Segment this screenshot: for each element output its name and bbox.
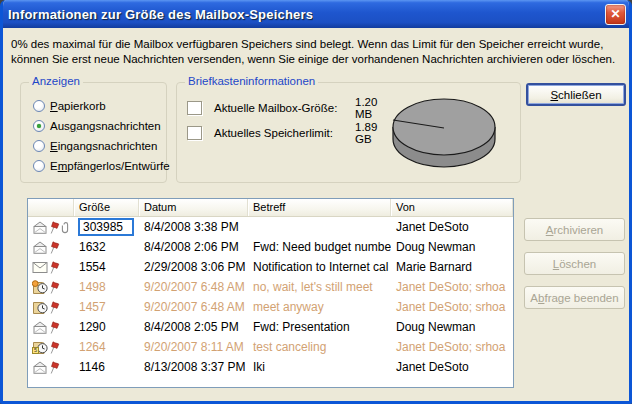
radio-icon[interactable] (33, 100, 45, 112)
radio-option-no-recipient-drafts[interactable]: Empfängerlos/Entwürfe (33, 159, 170, 173)
delete-button[interactable]: Löschen (524, 252, 625, 275)
message-list-header: GrößeDatumBetreffVon (28, 199, 513, 217)
column-header-Von[interactable]: Von (391, 199, 513, 216)
archive-button[interactable]: Archivieren (524, 218, 625, 241)
message-subject: meet anyway (248, 300, 391, 314)
flag-icon (49, 321, 60, 334)
message-row[interactable]: 12908/4/2008 2:05 PMFwd: PresentationDou… (28, 317, 513, 337)
message-size[interactable]: 303985 (74, 218, 139, 236)
legend-value: 1.20 MB (355, 96, 377, 120)
column-header-Betreff[interactable]: Betreff (248, 199, 391, 216)
close-icon: ✕ (610, 7, 620, 21)
legend-current-storage-limit: Aktuelles Speicherlimit:1.89 GB (187, 125, 333, 141)
message-icons (28, 321, 74, 334)
column-header-Größe[interactable]: Größe (74, 199, 139, 216)
legend-label: Aktuelles Speicherlimit: (214, 127, 333, 139)
dialog-body: 0% des maximal für die Mailbox verfügbar… (3, 28, 629, 401)
legend-value: 1.89 GB (355, 121, 377, 145)
message-subject: Fwd: Presentation (248, 320, 391, 334)
radio-option-trash[interactable]: Papierkorb (33, 99, 106, 113)
flag-icon (49, 221, 60, 234)
radio-option-outbox[interactable]: Ausgangsnachrichten (33, 119, 161, 133)
flag-icon (49, 261, 60, 274)
svg-text:5: 5 (34, 347, 37, 353)
message-subject: Fwd: Need budget numbe (248, 240, 391, 254)
flag-icon (49, 281, 60, 294)
legend-current-mailbox-size: Aktuelle Mailbox-Größe:1.20 MB (187, 100, 337, 116)
message-from: Janet DeSoto; srhoa (391, 280, 513, 294)
message-icons (28, 241, 74, 254)
schliessen-button[interactable]: Schließen (526, 83, 626, 106)
message-size: 1146 (74, 360, 139, 374)
message-icons (28, 261, 74, 274)
radio-label: Empfängerlos/Entwürfe (50, 160, 170, 172)
mail-read-icon (32, 241, 48, 254)
end-query-button[interactable]: Abfrage beenden (524, 286, 625, 309)
message-row[interactable]: 512649/20/2007 8:11 AMtest cancelingJane… (28, 337, 513, 357)
paperclip-icon (61, 221, 70, 234)
message-from: Janet DeSoto; srhoa (391, 300, 513, 314)
radio-label: Papierkorb (50, 100, 106, 112)
message-date: 8/4/2008 2:06 PM (139, 240, 248, 254)
anzeigen-group-title: Anzeigen (29, 75, 83, 87)
intro-text: 0% des maximal für die Mailbox verfügbar… (11, 37, 625, 67)
message-size: 1632 (74, 240, 139, 254)
message-subject: Iki (248, 360, 391, 374)
message-from: Doug Newman (391, 320, 513, 334)
message-icons (28, 221, 74, 234)
mail-read-icon (32, 321, 48, 334)
radio-label: Eingangsnachrichten (50, 140, 157, 152)
size-edit-field[interactable]: 303985 (78, 218, 134, 236)
message-row[interactable]: 16328/4/2008 2:06 PMFwd: Need budget num… (28, 237, 513, 257)
briefkasten-group: Briefkasteninformationen Aktuelle Mailbo… (176, 82, 521, 183)
column-header-Datum[interactable]: Datum (139, 199, 248, 216)
message-row[interactable]: 11468/13/2008 3:37 PMIkiJanet DeSoto (28, 357, 513, 377)
message-size: 1498 (74, 280, 139, 294)
window-title: Informationen zur Größe des Mailbox-Spei… (8, 7, 313, 22)
message-row[interactable]: 14579/20/2007 6:48 AMmeet anywayJanet De… (28, 297, 513, 317)
message-size: 1290 (74, 320, 139, 334)
meeting-orange-icon (32, 280, 48, 294)
message-size: 1457 (74, 300, 139, 314)
message-size: 1264 (74, 340, 139, 354)
message-from: Janet DeSoto (391, 360, 513, 374)
mailbox-size-dialog: Informationen zur Größe des Mailbox-Spei… (0, 0, 632, 404)
legend-swatch-icon (187, 101, 202, 115)
radio-icon[interactable] (33, 140, 45, 152)
message-icons (28, 280, 74, 294)
meeting-cancel-icon: 5 (32, 340, 48, 354)
message-from: Janet DeSoto; srhoa (391, 340, 513, 354)
message-subject: Notification to Internet cal (248, 260, 391, 274)
column-header-icons[interactable] (28, 199, 74, 216)
message-subject: test canceling (248, 340, 391, 354)
radio-option-inbox[interactable]: Eingangsnachrichten (33, 139, 157, 153)
message-icons (28, 361, 74, 374)
radio-icon[interactable] (33, 160, 45, 172)
close-button[interactable]: ✕ (605, 4, 626, 25)
mailbox-usage-pie-chart (382, 85, 507, 181)
mail-read-icon (32, 361, 48, 374)
message-list: GrößeDatumBetreffVon 3039858/4/2008 3:38… (27, 198, 514, 388)
side-buttons: ArchivierenLöschenAbfrage beenden (524, 218, 625, 320)
message-date: 8/4/2008 2:05 PM (139, 320, 248, 334)
message-date: 9/20/2007 8:11 AM (139, 340, 248, 354)
mail-unread-icon (32, 262, 48, 273)
flag-icon (49, 241, 60, 254)
flag-icon (49, 361, 60, 374)
message-from: Doug Newman (391, 240, 513, 254)
titlebar[interactable]: Informationen zur Größe des Mailbox-Spei… (0, 0, 632, 28)
flag-icon (49, 341, 60, 354)
message-date: 9/20/2007 6:48 AM (139, 280, 248, 294)
message-size: 1554 (74, 260, 139, 274)
radio-label: Ausgangsnachrichten (50, 120, 161, 132)
flag-icon (49, 301, 60, 314)
message-row[interactable]: 3039858/4/2008 3:38 PMJanet DeSoto (28, 217, 513, 237)
legend-label: Aktuelle Mailbox-Größe: (214, 102, 337, 114)
message-row[interactable]: 14989/20/2007 6:48 AMno, wait, let's sti… (28, 277, 513, 297)
message-row[interactable]: 15542/29/2008 3:06 PMNotification to Int… (28, 257, 513, 277)
meeting-icon (32, 300, 48, 314)
message-from: Marie Barnard (391, 260, 513, 274)
radio-icon[interactable] (33, 120, 45, 132)
message-date: 9/20/2007 6:48 AM (139, 300, 248, 314)
message-date: 8/4/2008 3:38 PM (139, 220, 248, 234)
